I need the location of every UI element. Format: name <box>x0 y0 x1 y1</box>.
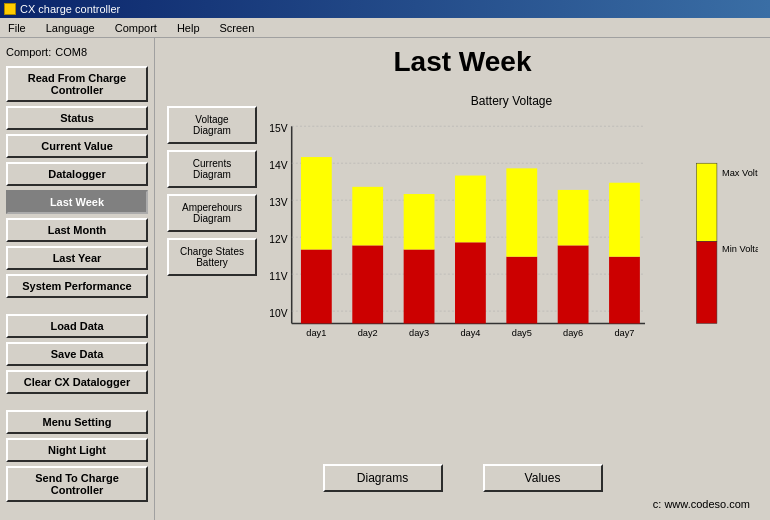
svg-rect-18 <box>352 187 383 246</box>
btn-night-light[interactable]: Night Light <box>6 438 148 462</box>
svg-rect-14 <box>301 249 332 323</box>
svg-rect-29 <box>558 245 589 323</box>
btn-last-week[interactable]: Last Week <box>6 190 148 214</box>
footer: c: www.codeso.com <box>167 496 758 512</box>
chart-svg: 15V 14V 13V 12V 11V 10V <box>265 116 758 346</box>
svg-rect-24 <box>455 176 486 243</box>
svg-rect-27 <box>506 168 537 256</box>
svg-rect-15 <box>301 157 332 249</box>
btn-read-from-charge[interactable]: Read From ChargeController <box>6 66 148 102</box>
btn-charge-states-diagram[interactable]: Charge StatesBattery <box>167 238 257 276</box>
svg-rect-33 <box>609 183 640 257</box>
comport-value: COM8 <box>55 46 87 58</box>
btn-values[interactable]: Values <box>483 464 603 492</box>
svg-text:day4: day4 <box>460 328 480 338</box>
chart-wrapper: Battery Voltage 15V 14V 13V 12V 11V 10V <box>265 86 758 456</box>
svg-text:12V: 12V <box>269 234 287 245</box>
svg-text:10V: 10V <box>269 308 287 319</box>
chart-area: VoltageDiagram CurrentsDiagram Amperehou… <box>167 86 758 456</box>
btn-send-to-charge[interactable]: Send To ChargeController <box>6 466 148 502</box>
btn-last-month[interactable]: Last Month <box>6 218 148 242</box>
sidebar: Comport: COM8 Read From ChargeController… <box>0 38 155 520</box>
btn-datalogger[interactable]: Datalogger <box>6 162 148 186</box>
btn-amperehours-diagram[interactable]: AmperehoursDiagram <box>167 194 257 232</box>
menu-bar: File Language Comport Help Screen <box>0 18 770 38</box>
footer-text: c: www.codeso.com <box>653 498 750 510</box>
comport-label: Comport: <box>6 46 51 58</box>
menu-screen[interactable]: Screen <box>216 20 259 36</box>
svg-rect-21 <box>404 194 435 249</box>
page-title: Last Week <box>167 46 758 78</box>
title-bar-text: CX charge controller <box>20 3 120 15</box>
menu-help[interactable]: Help <box>173 20 204 36</box>
svg-rect-30 <box>558 190 589 245</box>
bottom-buttons: Diagrams Values <box>167 464 758 496</box>
svg-text:14V: 14V <box>269 160 287 171</box>
comport-row: Comport: COM8 <box>6 46 148 58</box>
btn-voltage-diagram[interactable]: VoltageDiagram <box>167 106 257 144</box>
svg-text:Max Voltage: Max Voltage <box>722 168 758 178</box>
main-container: Comport: COM8 Read From ChargeController… <box>0 38 770 520</box>
btn-save-data[interactable]: Save Data <box>6 342 148 366</box>
svg-text:11V: 11V <box>269 271 287 282</box>
btn-status[interactable]: Status <box>6 106 148 130</box>
svg-rect-17 <box>352 245 383 323</box>
svg-text:15V: 15V <box>269 123 287 134</box>
chart-title: Battery Voltage <box>265 94 758 108</box>
btn-system-performance[interactable]: System Performance <box>6 274 148 298</box>
svg-text:day5: day5 <box>512 328 532 338</box>
btn-current-value[interactable]: Current Value <box>6 134 148 158</box>
btn-load-data[interactable]: Load Data <box>6 314 148 338</box>
btn-menu-setting[interactable]: Menu Setting <box>6 410 148 434</box>
svg-text:day2: day2 <box>358 328 378 338</box>
svg-rect-26 <box>506 257 537 324</box>
menu-comport[interactable]: Comport <box>111 20 161 36</box>
svg-rect-35 <box>696 163 717 241</box>
btn-diagrams[interactable]: Diagrams <box>323 464 443 492</box>
svg-rect-23 <box>455 242 486 323</box>
btn-clear-cx[interactable]: Clear CX Datalogger <box>6 370 148 394</box>
menu-language[interactable]: Language <box>42 20 99 36</box>
svg-rect-20 <box>404 249 435 323</box>
menu-file[interactable]: File <box>4 20 30 36</box>
title-bar: CX charge controller <box>0 0 770 18</box>
app-icon <box>4 3 16 15</box>
svg-text:13V: 13V <box>269 197 287 208</box>
content-area: Last Week VoltageDiagram CurrentsDiagram… <box>155 38 770 520</box>
svg-text:day3: day3 <box>409 328 429 338</box>
svg-rect-32 <box>609 257 640 324</box>
svg-text:day1: day1 <box>306 328 326 338</box>
svg-text:day7: day7 <box>614 328 634 338</box>
svg-text:day6: day6 <box>563 328 583 338</box>
btn-last-year[interactable]: Last Year <box>6 246 148 270</box>
svg-rect-36 <box>696 241 717 323</box>
diagram-buttons: VoltageDiagram CurrentsDiagram Amperehou… <box>167 86 257 456</box>
svg-text:Min Voltage: Min Voltage <box>722 244 758 254</box>
btn-currents-diagram[interactable]: CurrentsDiagram <box>167 150 257 188</box>
